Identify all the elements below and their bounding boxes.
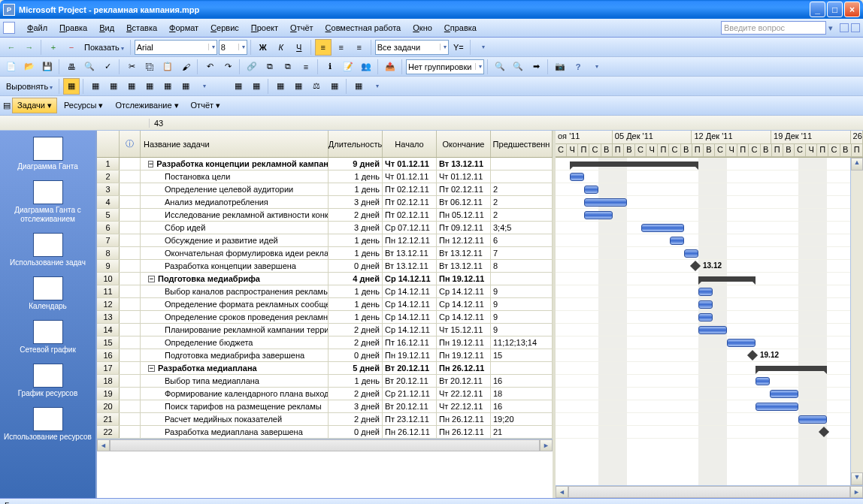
tb-icon-6[interactable]: ▦ [177,78,194,95]
table-row[interactable]: 8Окончательная формулировка идеи рекламн… [97,247,553,260]
duration-cell[interactable]: 1 день [329,298,383,310]
finish-cell[interactable]: Пн 26.12.11 [437,362,491,374]
gantt-task-bar[interactable] [641,224,684,232]
row-number[interactable]: 8 [97,247,120,259]
goto-task-icon[interactable]: ➡ [528,59,544,75]
task-name-cell[interactable]: Сбор идей [141,222,329,234]
row-number[interactable]: 13 [97,311,120,323]
gantt-summary-bar[interactable] [756,366,827,371]
header-predecessors[interactable]: Предшественн [491,131,553,157]
duration-cell[interactable]: 3 дней [329,222,383,234]
gantt-task-bar[interactable] [670,237,684,245]
finish-cell[interactable]: Пн 19.12.11 [437,349,491,361]
start-cell[interactable]: Вт 13.12.11 [383,247,437,259]
table-row[interactable]: 19Формирование календарного плана выхода… [97,388,553,400]
header-start[interactable]: Начало [383,131,437,157]
child-close-icon[interactable] [851,23,860,32]
finish-cell[interactable]: Ср 14.12.11 [437,298,491,310]
table-row[interactable]: 10−Подготовка медиабрифа4 днейСр 14.12.1… [97,273,553,285]
gantt-summary-bar[interactable] [570,161,698,167]
menu-вид[interactable]: Вид [93,21,120,35]
gantt-milestone[interactable] [690,261,701,271]
duration-cell[interactable]: 3 дней [329,400,383,412]
header-finish[interactable]: Окончание [437,131,491,157]
duration-cell[interactable]: 1 день [329,183,383,195]
format-painter-icon[interactable]: 🖌 [177,59,194,75]
predecessors-cell[interactable]: 15 [491,349,553,361]
predecessors-cell[interactable]: 8 [491,260,553,272]
menu-справка[interactable]: Справка [438,21,483,35]
filter-combo[interactable]: Все задачи▾ [375,40,449,55]
predecessors-cell[interactable] [491,362,553,374]
tb-icon-10[interactable]: ▦ [290,78,307,95]
tb-icon-8[interactable]: ▦ [248,78,265,95]
predecessors-cell[interactable]: 7 [491,247,553,259]
task-name-cell[interactable]: Обсуждение и развитие идей [141,234,329,246]
predecessors-cell[interactable]: 18 [491,388,553,400]
gantt-task-bar[interactable] [584,198,627,207]
bold-icon[interactable]: Ж [255,39,271,56]
table-row[interactable]: 4Анализ медиапотребления3 днейПт 02.12.1… [97,196,553,209]
finish-cell[interactable]: Пт 09.12.11 [437,222,491,234]
sidebar-item[interactable]: ▦Использование задач [0,230,95,273]
toolbar-options-icon[interactable]: ▾ [368,78,385,95]
table-row[interactable]: 22Разработка медиаплана завершена0 днейП… [97,426,553,439]
tb-icon-13[interactable]: ▦ [350,78,367,95]
finish-cell[interactable]: Пн 19.12.11 [437,273,491,285]
autofilter-icon[interactable]: Y= [450,39,467,56]
gantt-milestone[interactable] [819,427,829,437]
finish-cell[interactable]: Пт 02.12.11 [437,183,491,195]
gantt-hscroll[interactable]: ◄► [556,485,863,498]
task-name-cell[interactable]: Разработка медиаплана завершена [141,426,329,438]
task-name-cell[interactable]: −Разработка медиаплана [141,362,329,374]
tb-icon-3[interactable]: ▦ [123,78,140,95]
zoom-out-icon[interactable]: 🔍 [510,59,526,75]
start-cell[interactable]: Вт 20.12.11 [383,400,437,412]
level-dropdown[interactable]: Выровнять▾ [3,82,56,91]
underline-icon[interactable]: Ч [291,39,307,56]
row-number[interactable]: 17 [97,362,120,374]
start-cell[interactable]: Ср 14.12.11 [383,324,437,336]
start-cell[interactable]: Пт 02.12.11 [383,209,437,221]
duration-cell[interactable]: 2 дней [329,388,383,400]
toolbar-options-icon[interactable]: ▾ [588,59,604,75]
row-number[interactable]: 15 [97,337,120,349]
help-icon[interactable]: ? [570,59,586,75]
split-task-icon[interactable]: ≡ [298,59,314,75]
task-name-cell[interactable]: Планирование рекламной кампании территор [141,324,329,336]
duration-cell[interactable]: 1 день [329,285,383,297]
views-icon[interactable]: ▤ [3,101,11,110]
duration-cell[interactable]: 4 дней [329,273,383,285]
task-info-icon[interactable]: ℹ [322,59,338,75]
task-name-cell[interactable]: Исследование рекламной активности конкур [141,209,329,221]
finish-cell[interactable]: Чт 22.12.11 [437,400,491,412]
duration-cell[interactable]: 2 дней [329,337,383,349]
gantt-view-icon[interactable]: ▦ [63,78,80,95]
table-row[interactable]: 21Расчет медийных показателей2 днейПт 23… [97,413,553,426]
menu-файл[interactable]: Файл [21,21,53,35]
predecessors-cell[interactable]: 16 [491,375,553,387]
tb-icon-11[interactable]: ⚖ [308,78,325,95]
table-row[interactable]: 20Поиск тарифов на размещение рекламы3 д… [97,400,553,413]
start-cell[interactable]: Чт 01.12.11 [383,171,437,183]
task-notes-icon[interactable]: 📝 [340,59,356,75]
start-cell[interactable]: Пн 12.12.11 [383,234,437,246]
tb-icon-1[interactable]: ▦ [87,78,104,95]
finish-cell[interactable]: Чт 15.12.11 [437,324,491,336]
copy-icon[interactable]: ⿻ [141,59,158,75]
header-rownum[interactable] [97,131,120,157]
italic-icon[interactable]: К [273,39,289,56]
row-number[interactable]: 22 [97,426,120,438]
table-row[interactable]: 6Сбор идей3 днейСр 07.12.11Пт 09.12.113;… [97,222,553,234]
start-cell[interactable]: Ср 21.12.11 [383,388,437,400]
start-cell[interactable]: Чт 01.12.11 [383,158,437,170]
gantt-task-bar[interactable] [584,211,613,219]
table-row[interactable]: 18Выбор типа медиаплана1 деньВт 20.12.11… [97,375,553,388]
tab-resources[interactable]: Ресурсы ▾ [59,98,108,113]
finish-cell[interactable]: Чт 01.12.11 [437,171,491,183]
start-cell[interactable]: Ср 14.12.11 [383,285,437,297]
help-search-box[interactable]: Введите вопрос [721,21,826,35]
start-cell[interactable]: Пт 02.12.11 [383,196,437,208]
predecessors-cell[interactable]: 9 [491,285,553,297]
table-row[interactable]: 17−Разработка медиаплана5 днейВт 20.12.1… [97,362,553,375]
